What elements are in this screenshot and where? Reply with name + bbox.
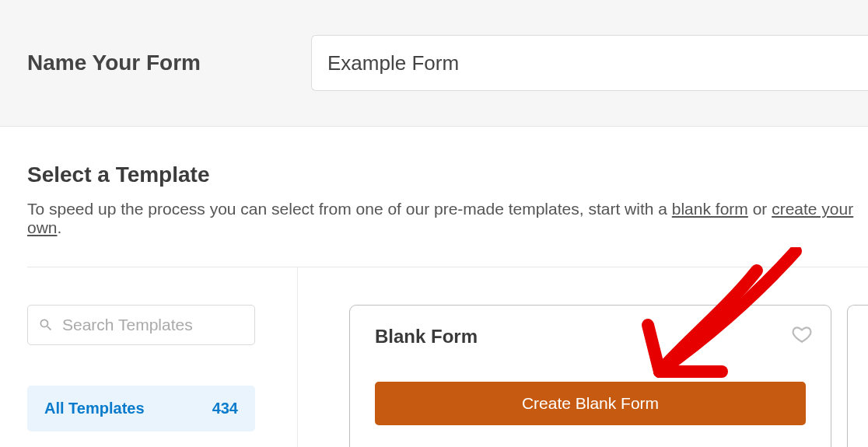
- subtitle-text-suffix: .: [58, 218, 62, 236]
- template-sidebar: All Templates 434: [27, 267, 298, 447]
- template-card-title: Blank Form: [375, 326, 806, 347]
- select-template-section: Select a Template To speed up the proces…: [0, 127, 868, 447]
- name-form-header: Name Your Form: [0, 0, 868, 127]
- create-blank-form-button[interactable]: Create Blank Form: [375, 382, 806, 425]
- search-icon: [38, 317, 54, 333]
- template-cards-area: Blank Form Create Blank Form: [298, 267, 868, 447]
- section-subtitle: To speed up the process you can select f…: [27, 200, 868, 237]
- sidebar-item-label: All Templates: [44, 400, 145, 417]
- template-card-next[interactable]: [847, 305, 868, 447]
- form-name-input[interactable]: [311, 35, 868, 91]
- name-form-label: Name Your Form: [27, 51, 311, 75]
- section-title: Select a Template: [27, 162, 868, 187]
- search-templates-input[interactable]: [27, 305, 255, 345]
- template-card-blank: Blank Form Create Blank Form: [349, 305, 831, 447]
- subtitle-text-mid: or: [748, 200, 772, 218]
- sidebar-item-count: 434: [212, 400, 238, 417]
- template-content-row: All Templates 434 Blank Form Create Blan…: [27, 267, 868, 447]
- subtitle-text-prefix: To speed up the process you can select f…: [27, 200, 672, 218]
- blank-form-link[interactable]: blank form: [672, 200, 748, 218]
- heart-icon[interactable]: [792, 324, 812, 344]
- sidebar-item-all-templates[interactable]: All Templates 434: [27, 386, 255, 431]
- search-wrapper: [27, 305, 255, 345]
